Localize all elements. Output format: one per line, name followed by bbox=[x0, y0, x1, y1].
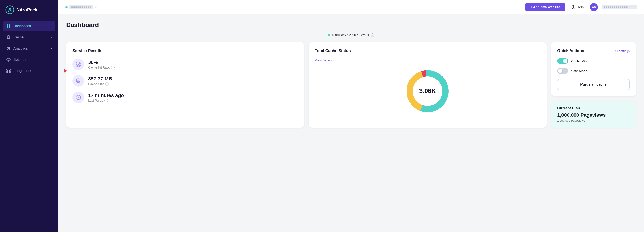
sidebar-item-label: Settings bbox=[14, 58, 52, 62]
sidebar-item-label: Dashboard bbox=[14, 24, 52, 28]
cache-hit-value: 36% bbox=[88, 60, 115, 65]
cache-warmup-toggle[interactable] bbox=[557, 58, 568, 64]
metric-row-last-purge: 17 minutes ago Last Purge i bbox=[72, 92, 298, 103]
help-label: Help bbox=[577, 5, 584, 9]
svg-point-0 bbox=[6, 6, 14, 14]
site-chevron-icon: ▾ bbox=[95, 6, 96, 9]
svg-rect-10 bbox=[7, 69, 8, 70]
topbar: ■■■■■■■■■■ ▾ + Add new website ? Help AS… bbox=[58, 0, 644, 14]
clock-icon bbox=[75, 94, 82, 100]
sidebar-item-label: Integrations bbox=[14, 69, 52, 73]
sidebar-item-dashboard[interactable]: Dashboard bbox=[3, 21, 56, 31]
site-status-dot bbox=[65, 6, 68, 8]
dashboard-icon bbox=[6, 24, 11, 28]
right-column: Quick Actions All settings Cache Warmup bbox=[551, 42, 636, 128]
cache-warmup-row: Cache Warmup bbox=[557, 58, 630, 64]
current-plan-sub: 1,000,000 Pageviews bbox=[557, 119, 630, 122]
cache-size-info-icon[interactable]: i bbox=[105, 82, 109, 86]
integrations-icon bbox=[6, 68, 11, 73]
last-purge-label: Last Purge i bbox=[88, 99, 124, 102]
chevron-down-icon: ▾ bbox=[50, 47, 52, 50]
service-status-dot bbox=[328, 34, 330, 36]
main-content: ■■■■■■■■■■ ▾ + Add new website ? Help AS… bbox=[58, 0, 644, 232]
cache-hit-info-icon[interactable]: i bbox=[111, 66, 115, 69]
total-cache-status-card: Total Cache Status View Details 3.06K bbox=[308, 42, 546, 128]
current-plan-pageviews: 1,000,000 Pageviews bbox=[557, 112, 630, 118]
svg-point-19 bbox=[76, 79, 80, 80]
svg-rect-11 bbox=[9, 69, 10, 70]
cache-status-title: Total Cache Status bbox=[315, 48, 540, 53]
quick-actions-title: Quick Actions bbox=[557, 48, 584, 53]
metric-row-cache-size: 857.37 MB Cache Size i bbox=[72, 75, 298, 87]
safe-mode-label: Safe Mode bbox=[571, 69, 588, 73]
last-purge-info-icon[interactable]: i bbox=[104, 99, 108, 102]
service-results-title: Service Results bbox=[72, 48, 298, 53]
cache-hit-label: Cache Hit Ratio i bbox=[88, 66, 115, 69]
svg-rect-3 bbox=[7, 26, 8, 28]
purge-all-cache-button[interactable]: Purge all cache bbox=[557, 79, 630, 90]
svg-rect-1 bbox=[7, 24, 8, 26]
service-results-card: Service Results 36% Cache Hit Ratio bbox=[66, 42, 304, 128]
page-title: Dashboard bbox=[66, 22, 636, 28]
svg-point-5 bbox=[7, 36, 10, 37]
site-selector[interactable]: ■■■■■■■■■■ ▾ bbox=[65, 5, 96, 10]
avatar: AS bbox=[590, 3, 598, 11]
database-icon bbox=[75, 78, 82, 84]
last-purge-icon-wrap bbox=[72, 92, 84, 103]
chevron-down-icon: ▾ bbox=[50, 36, 52, 39]
svg-text:?: ? bbox=[573, 6, 574, 8]
cache-size-value: 857.37 MB bbox=[88, 76, 112, 82]
settings-icon bbox=[6, 58, 11, 62]
site-name: ■■■■■■■■■■ bbox=[69, 5, 94, 10]
page-content: Dashboard NitroPack Service Status i Ser… bbox=[58, 14, 644, 232]
service-status-bar: NitroPack Service Status i bbox=[66, 33, 636, 37]
donut-svg: 3.06K bbox=[403, 66, 452, 116]
help-button[interactable]: ? Help bbox=[569, 4, 586, 10]
svg-point-18 bbox=[78, 64, 79, 65]
cache-hit-icon-wrap bbox=[72, 58, 84, 70]
sidebar-item-label: Cache bbox=[14, 35, 48, 39]
sidebar: NitroPack Dashboard Cache ▾ bbox=[0, 0, 58, 232]
service-status-label: NitroPack Service Status bbox=[332, 33, 369, 37]
logo-text: NitroPack bbox=[16, 8, 37, 12]
donut-center-value: 3.06K bbox=[419, 88, 436, 94]
sidebar-item-settings[interactable]: Settings bbox=[3, 54, 56, 65]
svg-rect-13 bbox=[9, 71, 10, 73]
sidebar-item-integrations[interactable]: Integrations bbox=[3, 66, 56, 76]
last-purge-value: 17 minutes ago bbox=[88, 92, 124, 98]
sidebar-nav: Dashboard Cache ▾ Analytics ▾ bbox=[0, 19, 58, 78]
arrow-pointer bbox=[56, 68, 67, 73]
toggle-knob bbox=[563, 59, 567, 63]
current-plan-title: Current Plan bbox=[557, 106, 630, 110]
sidebar-item-label: Analytics bbox=[14, 46, 48, 50]
cache-warmup-label: Cache Warmup bbox=[571, 59, 594, 63]
user-name: ■■■■■■■■■■■■ bbox=[602, 5, 637, 10]
add-website-button[interactable]: + Add new website bbox=[525, 3, 565, 11]
sidebar-item-cache[interactable]: Cache ▾ bbox=[3, 32, 56, 42]
analytics-icon bbox=[6, 46, 11, 51]
safe-mode-row: Safe Mode bbox=[557, 68, 630, 74]
toggle-knob bbox=[558, 68, 562, 73]
svg-rect-2 bbox=[9, 24, 10, 26]
dashboard-grid: Service Results 36% Cache Hit Ratio bbox=[66, 42, 636, 128]
service-status-info-icon[interactable]: i bbox=[371, 33, 374, 37]
metric-row-cache-hit: 36% Cache Hit Ratio i bbox=[72, 58, 298, 70]
all-settings-link[interactable]: All settings bbox=[614, 49, 630, 53]
svg-rect-4 bbox=[9, 26, 10, 28]
nitropack-logo-icon bbox=[5, 5, 14, 14]
current-plan-card: Current Plan 1,000,000 Pageviews 1,000,0… bbox=[551, 100, 636, 128]
svg-rect-12 bbox=[7, 71, 8, 73]
quick-actions-header: Quick Actions All settings bbox=[557, 48, 630, 53]
donut-chart: 3.06K bbox=[315, 66, 540, 116]
cache-size-label: Cache Size i bbox=[88, 82, 112, 86]
cache-size-icon-wrap bbox=[72, 75, 84, 87]
view-details-link[interactable]: View Details bbox=[315, 58, 540, 62]
help-icon: ? bbox=[571, 5, 575, 9]
cache-icon bbox=[6, 35, 11, 40]
sidebar-item-analytics[interactable]: Analytics ▾ bbox=[3, 43, 56, 54]
svg-point-9 bbox=[8, 59, 9, 60]
safe-mode-toggle[interactable] bbox=[557, 68, 568, 74]
logo[interactable]: NitroPack bbox=[0, 0, 58, 19]
target-icon bbox=[75, 61, 82, 68]
quick-actions-card: Quick Actions All settings Cache Warmup bbox=[551, 42, 636, 96]
